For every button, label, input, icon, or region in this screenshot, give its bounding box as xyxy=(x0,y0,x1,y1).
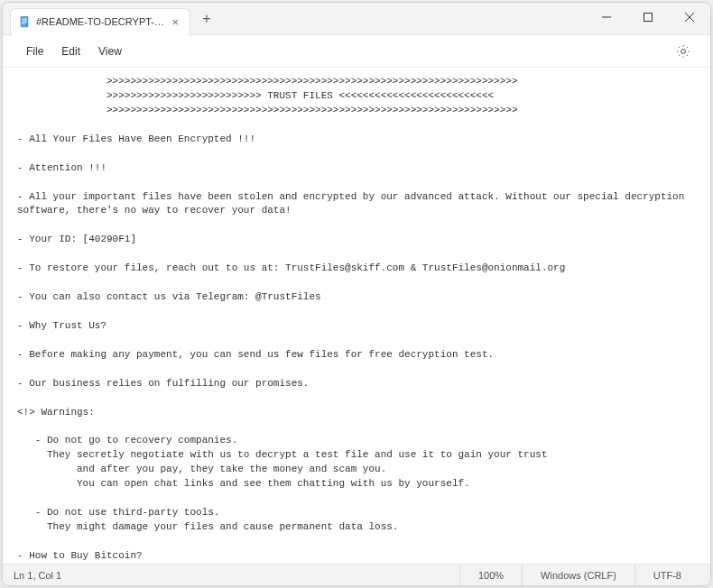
text-line: >>>>>>>>>>>>>>>>>>>>>>>>>>>>>>>>>>>>>>>>… xyxy=(17,105,518,115)
svg-rect-2 xyxy=(22,20,26,21)
text-line: - Your ID: [40290F1] xyxy=(17,234,136,244)
tab-title: #README-TO-DECRYPT-FILES.txt xyxy=(36,16,165,27)
svg-rect-1 xyxy=(22,19,26,20)
tab-area: #README-TO-DECRYPT-FILES.txt × + xyxy=(3,3,586,34)
encoding[interactable]: UTF-8 xyxy=(634,565,699,585)
text-line: >>>>>>>>>>>>>>>>>>>>>>>>>>>>>>>>>>>>>>>>… xyxy=(17,76,518,87)
titlebar: #README-TO-DECRYPT-FILES.txt × + xyxy=(3,3,710,35)
maximize-button[interactable] xyxy=(627,3,669,32)
text-line: They might damage your files and cause p… xyxy=(17,521,398,532)
line-ending[interactable]: Windows (CRLF) xyxy=(522,565,634,585)
text-line: - Our business relies on fulfilling our … xyxy=(17,378,309,389)
text-line: They secretly negotiate with us to decry… xyxy=(17,449,548,460)
menubar: File Edit View xyxy=(3,35,710,68)
text-line: - You can also contact us via Telegram: … xyxy=(17,291,321,302)
file-tab[interactable]: #README-TO-DECRYPT-FILES.txt × xyxy=(10,8,190,35)
text-line: You can open chat links and see them cha… xyxy=(17,478,470,489)
svg-rect-3 xyxy=(22,22,26,23)
zoom-level[interactable]: 100% xyxy=(459,565,522,585)
view-menu[interactable]: View xyxy=(89,41,131,61)
file-icon xyxy=(18,14,31,29)
text-line: - Do not use third-party tools. xyxy=(17,507,219,518)
notepad-window: #README-TO-DECRYPT-FILES.txt × + File Ed… xyxy=(2,2,711,586)
window-controls xyxy=(586,3,710,34)
settings-button[interactable] xyxy=(671,39,696,64)
close-button[interactable] xyxy=(669,3,710,32)
text-line: - Do not go to recovery companies. xyxy=(17,435,237,446)
text-line: - Before making any payment, you can sen… xyxy=(17,349,494,360)
minimize-button[interactable] xyxy=(586,3,627,32)
text-line: <!> Warnings: xyxy=(17,407,95,418)
text-line: - All your important files have been sto… xyxy=(17,191,690,216)
text-line: - To restore your files, reach out to us… xyxy=(17,262,565,273)
svg-rect-4 xyxy=(22,23,25,24)
gear-icon xyxy=(676,44,690,59)
new-tab-button[interactable]: + xyxy=(194,6,219,32)
text-line: >>>>>>>>>>>>>>>>>>>>>>>>>> TRUST FILES <… xyxy=(17,90,494,101)
edit-menu[interactable]: Edit xyxy=(52,41,89,61)
svg-rect-6 xyxy=(644,14,653,22)
cursor-position[interactable]: Ln 1, Col 1 xyxy=(14,570,459,581)
text-line: - Attention !!! xyxy=(17,162,106,173)
statusbar: Ln 1, Col 1 100% Windows (CRLF) UTF-8 xyxy=(3,564,710,585)
text-line: and after you pay, they take the money a… xyxy=(17,464,386,474)
text-line: - How to Buy Bitcoin? xyxy=(17,550,143,561)
close-tab-icon[interactable]: × xyxy=(171,15,181,28)
text-content-area[interactable]: >>>>>>>>>>>>>>>>>>>>>>>>>>>>>>>>>>>>>>>>… xyxy=(3,68,710,564)
text-line: - All Your Files Have Been Encrypted !!! xyxy=(17,133,255,144)
text-line: - Why Trust Us? xyxy=(17,320,106,331)
file-menu[interactable]: File xyxy=(17,41,52,61)
